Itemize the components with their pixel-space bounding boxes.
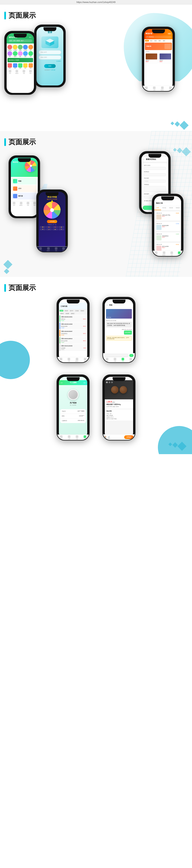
phone-customer-service: 幸运5色 客服 月卡 [8, 155, 40, 219]
section-3: 页面展示 订单列表 全部 待处理 进行中 [0, 277, 192, 454]
section-1-phones: 便民好生活 账户 首页分类购物车账户 话费充值 生活缴费 优惠券 积分商城 账户 [4, 25, 188, 123]
section-2-phones: 幸运5色 客服 月卡 [4, 151, 188, 268]
phone-login: 登录 请输入账号 [34, 25, 66, 88]
decorative-diamonds-3 [173, 148, 190, 155]
title-bar-3 [4, 284, 6, 292]
password-input[interactable]: 请输入密码 [38, 55, 61, 59]
login-button[interactable]: 登录 [44, 64, 56, 68]
section-3-title-text: 页面展示 [8, 283, 36, 292]
phone-shop: 精选好货 更多 🔍 搜索商品 精选 食品 家居 数码 服装 [142, 27, 175, 92]
phone-chat: ← 消息 图片消息 [102, 297, 135, 364]
username-input[interactable]: 请输入账号 [38, 50, 61, 54]
phone-product-detail: ¥ 29.9 ¥59.9 精选龙眼干 新货500g 好评率 98% | 销量 1… [102, 374, 135, 441]
decorative-diamonds-2 [4, 261, 11, 274]
url-bar: https://www.huzhan.com/1shop40249 [0, 0, 192, 4]
section-2: 页面展示 At 幸运5色 [0, 131, 192, 277]
buy-now-button[interactable]: 立即购买 [124, 435, 133, 439]
phone-profile: 返回 个人资料 编辑 用户昵称 ID: 123456 [57, 374, 90, 441]
title-bar-2 [4, 138, 6, 146]
section-1-title-text: 页面展示 [8, 11, 36, 20]
section-3-title: 页面展示 [4, 283, 188, 292]
phone-table: 订单列表 全部 待处理 进行中 已完成 已取消 按时间 按金额 [57, 297, 90, 364]
phone-orders: 我的订单 全部 待付款 待发货 待收货 [152, 194, 184, 257]
section-1: 页面展示 便民好生活 账户 首页分类购物车账户 [0, 4, 192, 131]
title-bar-1 [4, 12, 6, 20]
decorative-diamonds-4 [168, 443, 186, 450]
phone-lucky-wheel: 幸运大转盘 赢多好礼等你来拿 立即抢奖 千种好礼人手一份 😊 [36, 189, 68, 253]
section-2-title-text: 页面展示 [8, 137, 36, 147]
phone-app-home: 便民好生活 账户 首页分类购物车账户 话费充值 生活缴费 优惠券 积分商城 账户 [4, 31, 36, 96]
url-text: https://www.huzhan.com/1shop40249 [77, 1, 116, 3]
decorative-diamonds-1 [171, 122, 188, 129]
